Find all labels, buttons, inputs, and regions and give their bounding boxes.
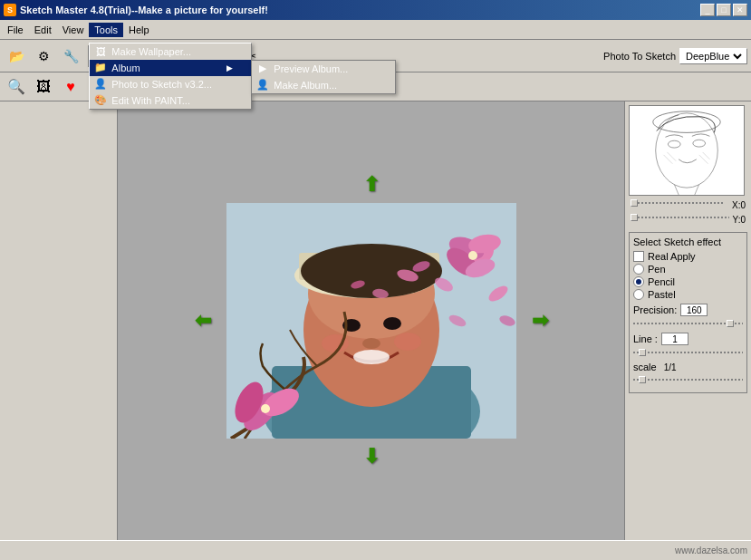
flowers-svg	[226, 203, 516, 439]
precision-control: Precision:	[633, 304, 743, 316]
x-coord: X:0	[732, 200, 746, 210]
pastel-row: Pastel	[633, 289, 743, 300]
window-title: Sketch Master 4.8(Trial)--Make a picture…	[20, 5, 700, 15]
menu-make-album[interactable]: 👤 Make Album...	[252, 77, 395, 93]
scale-row: scale 1/1	[633, 362, 743, 385]
settings-button[interactable]: ⚙	[31, 43, 56, 69]
real-apply-row: Real Apply	[633, 251, 743, 262]
album-submenu: ▶ Preview Album... 👤 Make Album...	[251, 60, 396, 94]
x-slider[interactable]	[631, 199, 725, 210]
toolbar2-btn3[interactable]: ♥	[58, 74, 83, 100]
menu-tools[interactable]: Tools 🖼 Make Wallpaper... 📁 Album ▶ ▶ Pr…	[89, 23, 123, 37]
y-coord: Y:0	[733, 215, 746, 225]
menu-photo-to-sketch[interactable]: 👤 Photo to Sketch v3.2...	[90, 76, 251, 92]
style-dropdown[interactable]: DeepBlue Classic Warm	[679, 48, 747, 64]
precision-input[interactable]	[680, 304, 708, 316]
tools-button[interactable]: 🔧	[58, 43, 83, 69]
sketch-svg	[630, 106, 744, 195]
line-label: Line :	[633, 333, 658, 344]
real-apply-checkbox[interactable]	[633, 251, 644, 262]
pen-label: Pen	[648, 264, 666, 275]
menu-file[interactable]: File	[2, 23, 29, 37]
arrow-right[interactable]: ➡	[529, 310, 551, 332]
flower-overlay	[226, 203, 516, 439]
svg-point-32	[497, 314, 515, 328]
svg-point-26	[410, 259, 430, 274]
open-button[interactable]: 📂	[4, 43, 29, 69]
menu-edit-paint[interactable]: 🎨 Edit With PAINT...	[90, 92, 251, 109]
photo-to-sketch-label: Photo To Sketch	[603, 51, 676, 62]
close-button[interactable]: ✕	[733, 4, 747, 16]
toolbar2-btn1[interactable]: 🔍	[4, 74, 29, 100]
svg-point-31	[486, 283, 510, 304]
precision-label: Precision:	[633, 304, 677, 315]
settings-icon: ⚙	[38, 49, 50, 63]
menu-preview-album[interactable]: ▶ Preview Album...	[252, 61, 395, 77]
canvas-area: ⬆ ⬇ ⬅ ➡	[118, 101, 624, 540]
precision-slider[interactable]	[633, 318, 743, 329]
svg-point-28	[371, 288, 389, 300]
scale-control: scale 1/1	[633, 362, 743, 372]
toolbar-right: Photo To Sketch DeepBlue Classic Warm	[603, 48, 747, 64]
toolbar2-btn2[interactable]: 🖼	[31, 74, 56, 100]
preview-thumbnail	[629, 105, 745, 196]
scale-slider[interactable]	[633, 374, 743, 385]
menu-view[interactable]: View	[57, 23, 90, 37]
open-icon: 📂	[9, 49, 24, 63]
line-slider[interactable]	[633, 347, 743, 358]
line-row: Line :	[633, 333, 743, 358]
left-panel	[0, 101, 118, 540]
window-controls: _ □ ✕	[700, 4, 747, 16]
svg-point-29	[350, 279, 366, 290]
menu-album[interactable]: 📁 Album ▶ ▶ Preview Album... 👤 Make Albu…	[90, 60, 251, 76]
maximize-button[interactable]: □	[717, 4, 731, 16]
paint-icon: 🎨	[93, 93, 108, 108]
watermark: www.dazelsa.com	[675, 546, 747, 555]
precision-row: Precision:	[633, 304, 743, 329]
tools-dropdown: 🖼 Make Wallpaper... 📁 Album ▶ ▶ Preview …	[89, 43, 252, 110]
preview-icon: ▶	[255, 62, 270, 76]
svg-point-20	[468, 251, 477, 260]
svg-point-39	[261, 404, 270, 413]
pastel-label: Pastel	[648, 289, 676, 300]
main-photo	[226, 203, 516, 439]
scale-value: 1/1	[664, 362, 677, 372]
svg-rect-40	[630, 106, 743, 195]
pastel-radio[interactable]	[633, 289, 644, 300]
pen-row: Pen	[633, 264, 743, 275]
wallpaper-icon: 🖼	[93, 44, 108, 59]
menu-bar: File Edit View Tools 🖼 Make Wallpaper...…	[0, 20, 751, 40]
coords-bar: X:0	[629, 199, 747, 210]
line-control: Line :	[633, 333, 743, 345]
arrow-down[interactable]: ⬇	[361, 446, 382, 468]
right-panel: X:0 Y:0 Select Sketch effect Real Apply …	[624, 101, 751, 540]
y-slider[interactable]	[631, 214, 729, 225]
arrow-left[interactable]: ⬅	[192, 310, 214, 332]
status-bar: www.dazelsa.com	[0, 540, 751, 560]
svg-point-27	[432, 275, 455, 294]
main-area: ⬆ ⬇ ⬅ ➡	[0, 101, 751, 540]
sketch-effect-panel: Select Sketch effect Real Apply Pen Penc…	[629, 232, 747, 393]
pen-radio[interactable]	[633, 264, 644, 275]
svg-point-30	[447, 313, 467, 329]
real-apply-label: Real Apply	[648, 251, 696, 262]
sketch-effect-title: Select Sketch effect	[633, 237, 743, 247]
canvas-image: ⬆ ⬇ ⬅ ➡	[226, 203, 516, 439]
pencil-radio[interactable]	[633, 276, 644, 287]
arrow-up[interactable]: ⬆	[361, 174, 382, 196]
pencil-label: Pencil	[648, 276, 675, 287]
menu-edit[interactable]: Edit	[29, 23, 57, 37]
menu-help[interactable]: Help	[123, 23, 155, 37]
pencil-row: Pencil	[633, 276, 743, 287]
app-icon: S	[4, 4, 16, 16]
title-bar: S Sketch Master 4.8(Trial)--Make a pictu…	[0, 0, 751, 20]
minimize-button[interactable]: _	[700, 4, 715, 16]
style-select[interactable]: DeepBlue Classic Warm	[682, 50, 745, 63]
menu-make-wallpaper[interactable]: 🖼 Make Wallpaper...	[90, 43, 251, 60]
make-album-icon: 👤	[255, 78, 270, 92]
tools-icon: 🔧	[63, 49, 79, 63]
scale-label: scale	[633, 362, 657, 372]
line-input[interactable]	[661, 333, 688, 345]
submenu-arrow: ▶	[226, 63, 233, 72]
photo-sketch-icon: 👤	[93, 77, 108, 92]
